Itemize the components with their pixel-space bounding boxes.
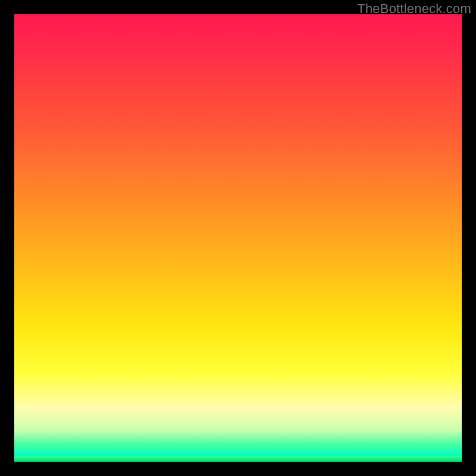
green-baseline-strip — [14, 456, 462, 462]
heat-gradient-bg — [14, 14, 462, 462]
plot-area — [14, 14, 462, 462]
chart-frame: TheBottleneck.com — [0, 0, 476, 476]
